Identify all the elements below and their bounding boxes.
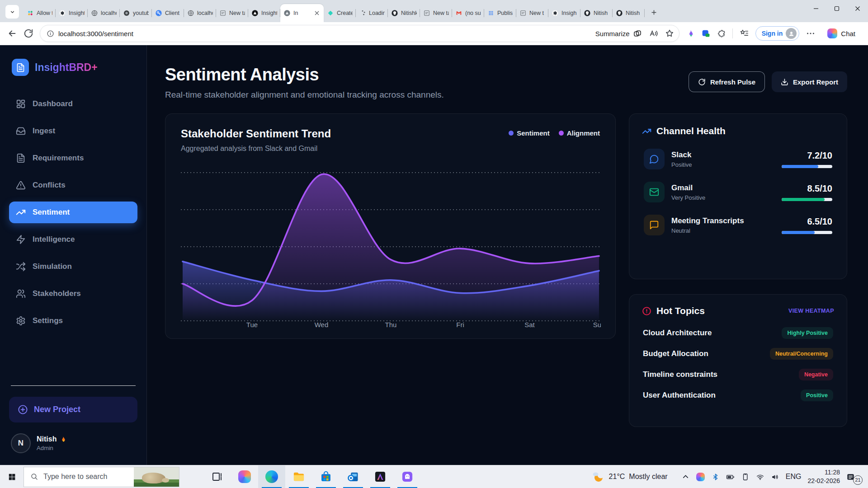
- collections-button[interactable]: [739, 28, 749, 38]
- nl-extension-icon[interactable]: [701, 29, 711, 38]
- tab-label: Nitish: [594, 10, 609, 16]
- favorite-star-button[interactable]: [665, 28, 675, 38]
- topic-name: Budget Allocation: [643, 349, 708, 358]
- taskbar-app-edge[interactable]: [258, 465, 285, 488]
- svg-text:Tue: Tue: [246, 321, 258, 328]
- new-tab-button[interactable]: [647, 6, 660, 19]
- zap-icon: [16, 235, 26, 244]
- language-indicator[interactable]: ENG: [786, 473, 802, 481]
- browser-tab[interactable]: Nitishk: [388, 4, 420, 22]
- trending-up-icon: [642, 127, 651, 136]
- refresh-pulse-button[interactable]: Refresh Pulse: [689, 71, 765, 92]
- browser-tab[interactable]: Insigh: [548, 4, 580, 22]
- sidebar-item-dashboard[interactable]: Dashboard: [9, 93, 137, 115]
- browser-tab[interactable]: Create: [324, 4, 356, 22]
- sidebar-item-conflicts[interactable]: Conflicts: [9, 174, 137, 196]
- url-text[interactable]: localhost:3000/sentiment: [58, 30, 591, 38]
- chat-label: Chat: [841, 30, 855, 38]
- phone-link-icon[interactable]: [741, 473, 750, 481]
- sentiment-chart-svg: TueWedThuFriSatSun: [181, 163, 601, 331]
- wifi-icon[interactable]: [756, 473, 764, 481]
- refresh-button[interactable]: [24, 28, 33, 38]
- tray-copilot-icon[interactable]: [696, 473, 705, 481]
- browser-tab[interactable]: New ta: [216, 4, 248, 22]
- browser-tab[interactable]: localho: [184, 4, 216, 22]
- browser-tab[interactable]: Allow t: [24, 4, 56, 22]
- browser-tab[interactable]: youtub: [120, 4, 152, 22]
- taskbar-app-store[interactable]: [312, 465, 340, 488]
- avatar: N: [11, 433, 31, 453]
- sidebar-item-ingest[interactable]: Ingest: [9, 120, 137, 142]
- browser-tab[interactable]: Insight: [56, 4, 88, 22]
- sidebar-item-label: Requirements: [33, 154, 84, 163]
- settings-menu-button[interactable]: [806, 28, 816, 38]
- browser-toolbar: localhost:3000/sentiment Summarize: [0, 22, 868, 45]
- vercel-gray-favicon: [283, 9, 291, 17]
- copilot-chat-button[interactable]: Chat: [822, 26, 861, 41]
- topic-row: Budget AllocationNeutral/Concerning: [642, 343, 834, 364]
- browser-tab[interactable]: localho: [88, 4, 120, 22]
- sidebar-item-stakeholders[interactable]: Stakeholders: [9, 283, 137, 305]
- volume-icon[interactable]: [771, 473, 779, 481]
- taskbar-app-task-view[interactable]: [204, 465, 231, 488]
- tray-chevron-up-icon[interactable]: [681, 473, 690, 481]
- user-profile[interactable]: N Nitish Admin: [9, 433, 137, 453]
- clock[interactable]: 11:28 22-02-2026: [807, 468, 840, 485]
- browser-tab[interactable]: Nitish: [580, 4, 613, 22]
- sidebar-item-simulation[interactable]: Simulation: [9, 256, 137, 277]
- chart-title: Stakeholder Sentiment Trend: [181, 127, 331, 140]
- new-project-button[interactable]: New Project: [9, 397, 137, 422]
- browser-tab[interactable]: New t: [516, 4, 548, 22]
- sidebar-item-sentiment[interactable]: Sentiment: [9, 202, 137, 223]
- taskbar-app-file-explorer[interactable]: [285, 465, 312, 488]
- search-highlight-image[interactable]: [134, 467, 179, 487]
- sign-in-button[interactable]: Sign in: [755, 26, 800, 41]
- weather-condition: Mostly clear: [629, 473, 667, 481]
- export-report-button[interactable]: Export Report: [772, 71, 847, 92]
- sidebar-item-settings[interactable]: Settings: [9, 310, 137, 332]
- start-button[interactable]: [0, 465, 24, 488]
- browser-tab[interactable]: Client: [152, 4, 184, 22]
- browser-tab[interactable]: Publis: [484, 4, 516, 22]
- browser-tab[interactable]: Nitish: [613, 4, 645, 22]
- bluetooth-icon[interactable]: [711, 473, 720, 481]
- taskbar-app-android-studio[interactable]: [367, 465, 394, 488]
- taskbar-app-outlook[interactable]: [340, 465, 367, 488]
- maximize-button[interactable]: [826, 0, 847, 17]
- back-button[interactable]: [7, 28, 17, 38]
- taskbar-search[interactable]: Type here to search: [24, 467, 179, 487]
- tab-close-button[interactable]: [313, 9, 321, 17]
- view-heatmap-link[interactable]: VIEW HEATMAP: [788, 308, 834, 314]
- dark-circle-favicon: [123, 9, 130, 17]
- taskbar-app-copilot[interactable]: [231, 465, 258, 488]
- read-aloud-button[interactable]: [648, 28, 658, 38]
- address-bar[interactable]: localhost:3000/sentiment Summarize: [40, 25, 679, 42]
- ellipsis-icon: [806, 28, 816, 38]
- tab-search-button[interactable]: [5, 5, 19, 19]
- browser-tab-active[interactable]: In: [280, 4, 324, 22]
- summarize-button[interactable]: Summarize: [595, 29, 642, 38]
- close-window-button[interactable]: [847, 0, 868, 17]
- flame-extension-icon[interactable]: [686, 29, 695, 38]
- brand-name: InsightBRD+: [35, 61, 98, 74]
- sidebar-item-requirements[interactable]: Requirements: [9, 147, 137, 169]
- notification-center[interactable]: 21: [846, 469, 863, 485]
- site-info-icon[interactable]: [47, 30, 54, 38]
- channel-sentiment: Very Positive: [671, 194, 705, 201]
- browser-tab[interactable]: New ta: [420, 4, 452, 22]
- browser-tab[interactable]: Insight: [248, 4, 280, 22]
- battery-icon[interactable]: [726, 473, 735, 481]
- chart-legend: SentimentAlignment: [509, 129, 600, 137]
- extensions-puzzle-icon[interactable]: [717, 29, 726, 38]
- browser-tab[interactable]: (no su: [452, 4, 484, 22]
- weather-widget[interactable]: 21°C Mostly clear: [591, 470, 668, 483]
- taskbar-app-ghost-app[interactable]: [394, 465, 421, 488]
- key-favicon: [155, 9, 162, 17]
- sidebar-item-intelligence[interactable]: Intelligence: [9, 229, 137, 250]
- minimize-button[interactable]: [806, 0, 826, 17]
- hot-topics-card: Hot Topics VIEW HEATMAP Cloud Architectu…: [629, 294, 847, 427]
- dashboard-icon: [16, 99, 26, 109]
- note-favicon: [423, 9, 430, 17]
- browser-tab[interactable]: Loadin: [356, 4, 388, 22]
- tab-label: Publis: [497, 10, 513, 16]
